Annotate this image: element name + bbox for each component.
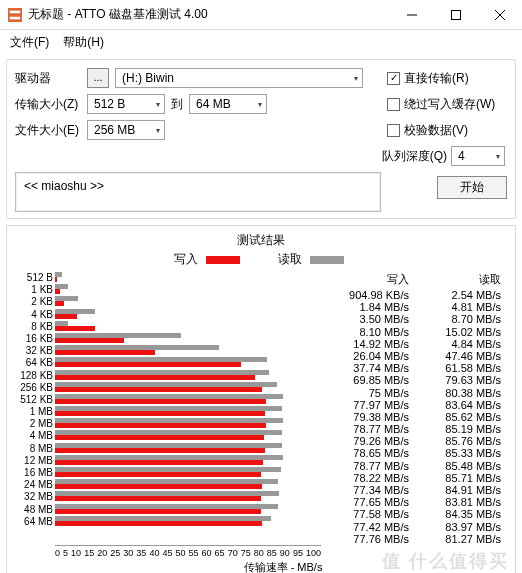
write-bar bbox=[55, 472, 261, 477]
y-tick-label: 48 MB bbox=[11, 504, 53, 516]
cell-read: 84.35 MB/s bbox=[419, 508, 511, 520]
legend-write-label: 写入 bbox=[174, 252, 198, 266]
direct-checkbox[interactable]: ✓ bbox=[387, 72, 400, 85]
chart-title: 测试结果 bbox=[11, 232, 511, 249]
chevron-down-icon: ▾ bbox=[354, 74, 358, 83]
x-tick-label: 45 bbox=[162, 548, 172, 558]
y-tick-label: 512 B bbox=[11, 272, 53, 284]
write-bar bbox=[55, 496, 261, 501]
y-tick-label: 1 MB bbox=[11, 406, 53, 418]
cell-write: 77.65 MB/s bbox=[327, 496, 419, 508]
x-tick-label: 100 bbox=[306, 548, 321, 558]
table-row: 78.77 MB/s85.48 MB/s bbox=[327, 460, 511, 472]
x-tick-label: 70 bbox=[228, 548, 238, 558]
cell-write: 75 MB/s bbox=[327, 387, 419, 399]
cell-write: 79.38 MB/s bbox=[327, 411, 419, 423]
y-tick-label: 512 KB bbox=[11, 394, 53, 406]
start-button[interactable]: 开始 bbox=[437, 176, 507, 199]
filesize-select[interactable]: 256 MB ▾ bbox=[87, 120, 165, 140]
table-row: 77.42 MB/s83.97 MB/s bbox=[327, 521, 511, 533]
verify-checkbox[interactable] bbox=[387, 124, 400, 137]
write-bar bbox=[55, 411, 265, 416]
cell-write: 78.77 MB/s bbox=[327, 423, 419, 435]
cell-read: 84.91 MB/s bbox=[419, 484, 511, 496]
cell-write: 78.65 MB/s bbox=[327, 447, 419, 459]
write-bar bbox=[55, 423, 266, 428]
y-tick-label: 16 MB bbox=[11, 467, 53, 479]
y-tick-label: 24 MB bbox=[11, 479, 53, 491]
write-bar bbox=[55, 521, 262, 526]
description-box[interactable]: << miaoshu >> bbox=[15, 172, 381, 212]
y-tick-label: 12 MB bbox=[11, 455, 53, 467]
legend-read-swatch bbox=[310, 256, 344, 264]
settings-panel: 驱动器 ... (H:) Biwin ▾ ✓ 直接传输(R) 传输大小(Z) 5… bbox=[6, 59, 516, 219]
legend-read-label: 读取 bbox=[278, 252, 302, 266]
cell-read: 85.48 MB/s bbox=[419, 460, 511, 472]
y-tick-label: 32 MB bbox=[11, 491, 53, 503]
x-axis: 0510152025303540455055606570758085909510… bbox=[55, 545, 321, 558]
cell-write: 8.10 MB/s bbox=[327, 326, 419, 338]
bar-row: 2 KB bbox=[55, 296, 321, 308]
write-bar bbox=[55, 484, 262, 489]
drive-browse-button[interactable]: ... bbox=[87, 68, 109, 88]
menu-help[interactable]: 帮助(H) bbox=[63, 34, 104, 51]
table-row: 3.50 MB/s8.70 MB/s bbox=[327, 313, 511, 325]
cell-read: 83.64 MB/s bbox=[419, 399, 511, 411]
write-bar bbox=[55, 509, 261, 514]
x-tick-label: 65 bbox=[215, 548, 225, 558]
write-bar bbox=[55, 460, 263, 465]
table-row: 37.74 MB/s61.58 MB/s bbox=[327, 362, 511, 374]
qd-select[interactable]: 4 ▾ bbox=[451, 146, 505, 166]
minimize-button[interactable] bbox=[390, 0, 434, 30]
table-row: 75 MB/s80.38 MB/s bbox=[327, 387, 511, 399]
x-tick-label: 90 bbox=[280, 548, 290, 558]
x-tick-label: 80 bbox=[254, 548, 264, 558]
write-bar bbox=[55, 435, 264, 440]
x-tick-label: 15 bbox=[84, 548, 94, 558]
y-tick-label: 2 MB bbox=[11, 418, 53, 430]
table-row: 77.34 MB/s84.91 MB/s bbox=[327, 484, 511, 496]
drive-value: (H:) Biwin bbox=[122, 71, 174, 85]
bar-row: 128 KB bbox=[55, 370, 321, 382]
cell-write: 77.34 MB/s bbox=[327, 484, 419, 496]
x-tick-label: 85 bbox=[267, 548, 277, 558]
table-row: 78.77 MB/s85.19 MB/s bbox=[327, 423, 511, 435]
menu-file[interactable]: 文件(F) bbox=[10, 34, 49, 51]
cell-write: 78.22 MB/s bbox=[327, 472, 419, 484]
chevron-down-icon: ▾ bbox=[156, 100, 160, 109]
legend-write-swatch bbox=[206, 256, 240, 264]
bar-row: 16 KB bbox=[55, 333, 321, 345]
drive-select[interactable]: (H:) Biwin ▾ bbox=[115, 68, 363, 88]
write-bar bbox=[55, 338, 124, 343]
x-tick-label: 30 bbox=[123, 548, 133, 558]
xfer-from-select[interactable]: 512 B ▾ bbox=[87, 94, 165, 114]
y-tick-label: 32 KB bbox=[11, 345, 53, 357]
table-row: 904.98 KB/s2.54 MB/s bbox=[327, 289, 511, 301]
bar-row: 32 KB bbox=[55, 345, 321, 357]
maximize-button[interactable] bbox=[434, 0, 478, 30]
cell-read: 85.62 MB/s bbox=[419, 411, 511, 423]
table-row: 79.26 MB/s85.76 MB/s bbox=[327, 435, 511, 447]
cell-read: 83.97 MB/s bbox=[419, 521, 511, 533]
write-bar bbox=[55, 314, 77, 319]
chevron-down-icon: ▾ bbox=[258, 100, 262, 109]
cell-read: 4.84 MB/s bbox=[419, 338, 511, 350]
close-button[interactable] bbox=[478, 0, 522, 30]
app-icon bbox=[8, 8, 22, 22]
xfer-to-value: 64 MB bbox=[196, 97, 231, 111]
y-tick-label: 8 MB bbox=[11, 443, 53, 455]
col-read: 读取 bbox=[419, 272, 511, 287]
bar-row: 8 KB bbox=[55, 321, 321, 333]
bypass-checkbox[interactable] bbox=[387, 98, 400, 111]
xfer-label: 传输大小(Z) bbox=[15, 96, 81, 113]
bar-row: 8 MB bbox=[55, 443, 321, 455]
cell-read: 15.02 MB/s bbox=[419, 326, 511, 338]
svg-rect-1 bbox=[10, 10, 21, 13]
xfer-to-select[interactable]: 64 MB ▾ bbox=[189, 94, 267, 114]
filesize-label: 文件大小(E) bbox=[15, 122, 81, 139]
x-tick-label: 10 bbox=[71, 548, 81, 558]
qd-value: 4 bbox=[458, 149, 465, 163]
table-row: 79.38 MB/s85.62 MB/s bbox=[327, 411, 511, 423]
cell-read: 61.58 MB/s bbox=[419, 362, 511, 374]
table-row: 26.04 MB/s47.46 MB/s bbox=[327, 350, 511, 362]
